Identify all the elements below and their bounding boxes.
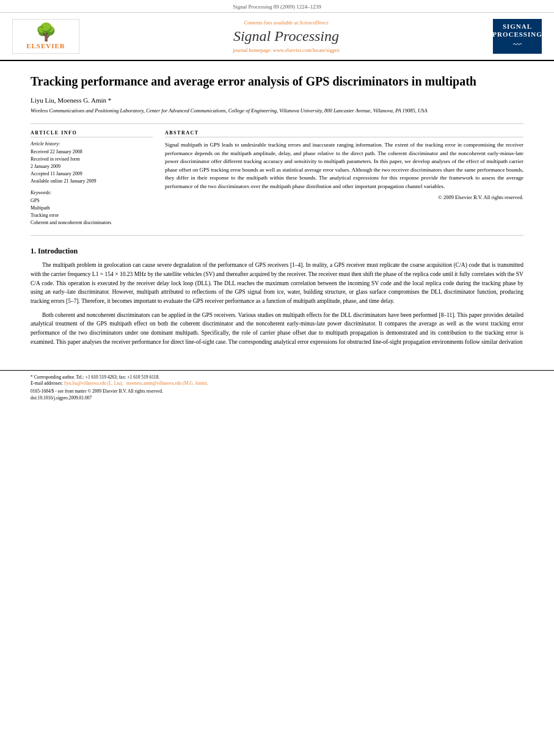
article-title: Tracking performance and average error a… — [31, 73, 523, 89]
keywords-list: GPS Multipath Tracking error Coherent an… — [31, 197, 153, 227]
section-intro-title: 1. Introduction — [31, 247, 523, 256]
authors: Liyu Liu, Moeness G. Amin * — [31, 96, 523, 104]
sciencedirect-link-text: ScienceDirect — [299, 20, 328, 26]
abstract-text: Signal multipath in GPS leads to undesir… — [165, 141, 523, 191]
article-info-abstract: ARTICLE INFO Article history: Received 2… — [31, 130, 523, 227]
section-introduction: 1. Introduction The multipath problem in… — [31, 247, 523, 346]
divider-1 — [31, 123, 523, 124]
elsevier-logo: 🌳 ELSEVIER — [12, 19, 79, 54]
article-info-col: ARTICLE INFO Article history: Received 2… — [31, 130, 153, 227]
corresponding-note: * Corresponding author. Tel.: +1 610 519… — [31, 374, 523, 387]
footer-doi: doi:10.1016/j.sigpro.2009.01.007 — [31, 395, 523, 401]
intro-para-2: Both coherent and noncoherent discrimina… — [31, 311, 523, 347]
elsevier-tree-icon: 🌳 — [35, 24, 57, 41]
homepage-url: www.elsevier.com/locate/sigpro — [273, 47, 340, 53]
journal-header: 🌳 ELSEVIER Contents lists available at S… — [0, 13, 554, 61]
journal-line: Signal Processing 89 (2009) 1224–1239 — [0, 0, 554, 13]
keyword-discriminators: Coherent and noncoherent discriminators — [31, 219, 153, 227]
badge-wave-icon: 〰 — [513, 40, 522, 50]
badge-processing: PROCESSING — [492, 31, 542, 38]
article-info-heading: ARTICLE INFO — [31, 130, 153, 137]
history-received: Received 22 January 2008 Received in rev… — [31, 148, 153, 185]
copyright: © 2009 Elsevier B.V. All rights reserved… — [165, 194, 523, 200]
journal-homepage: journal homepage: www.elsevier.com/locat… — [233, 47, 340, 53]
abstract-col: ABSTRACT Signal multipath in GPS leads t… — [165, 130, 523, 227]
journal-name: Signal Processing — [233, 28, 339, 45]
keyword-gps: GPS — [31, 197, 153, 205]
abstract-heading: ABSTRACT — [165, 130, 523, 137]
main-content: Tracking performance and average error a… — [0, 61, 554, 363]
keywords-label: Keywords: — [31, 190, 153, 195]
body-content: 1. Introduction The multipath problem in… — [31, 247, 523, 346]
email1: liyu.liu@villanova.edu (L. Liu), — [64, 380, 123, 386]
footer: * Corresponding author. Tel.: +1 610 519… — [0, 370, 554, 404]
divider-2 — [31, 235, 523, 236]
sciencedirect-line: Contents lists available at ScienceDirec… — [244, 20, 328, 26]
badge-signal: SIGNAL — [503, 23, 532, 31]
email2: moeness.amin@villanova.edu (M.G. Amin). — [126, 380, 208, 386]
article-history-label: Article history: — [31, 141, 153, 147]
keyword-tracking: Tracking error — [31, 212, 153, 219]
elsevier-brand: ELSEVIER — [26, 42, 65, 49]
page: Signal Processing 89 (2009) 1224–1239 🌳 … — [0, 0, 554, 756]
sp-badge: SIGNAL PROCESSING 〰 — [493, 19, 542, 54]
keyword-multipath: Multipath — [31, 205, 153, 212]
intro-para-1: The multipath problem in geolocation can… — [31, 261, 523, 306]
affiliation: Wireless Communications and Positioning … — [31, 107, 523, 115]
footer-issn: 0165-1684/$ - see front matter © 2009 El… — [31, 388, 523, 394]
journal-title-area: Contents lists available at ScienceDirec… — [86, 19, 487, 54]
